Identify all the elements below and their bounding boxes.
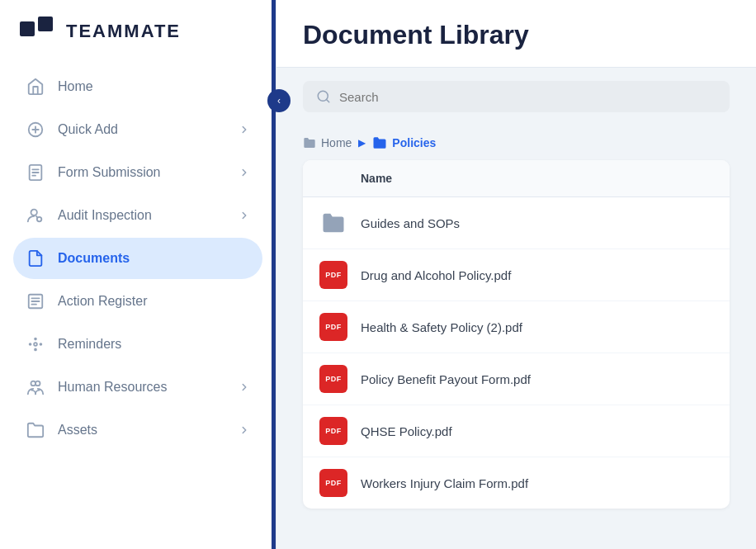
sidebar-item-label: Reminders [58, 337, 251, 352]
action-icon [25, 291, 46, 312]
pdf-icon: PDF [319, 417, 347, 445]
sidebar-item-human-resources[interactable]: Human Resources [13, 367, 262, 408]
main-content: Document Library Home ▶ Policies Name [276, 0, 756, 549]
form-icon [25, 162, 46, 183]
sidebar-item-action-register[interactable]: Action Register [13, 281, 262, 322]
svg-rect-2 [28, 31, 33, 36]
sidebar: TEAMMATE Home Quick Add [0, 0, 276, 549]
svg-rect-1 [38, 17, 53, 31]
sidebar-item-label: Documents [58, 251, 251, 266]
sidebar-item-label: Human Resources [58, 380, 226, 395]
breadcrumb: Home ▶ Policies [276, 125, 756, 160]
breadcrumb-current[interactable]: Policies [372, 135, 436, 150]
quick-add-icon [25, 119, 46, 140]
svg-point-17 [34, 343, 37, 346]
sidebar-item-documents[interactable]: Documents [13, 238, 262, 279]
sidebar-item-label: Action Register [58, 294, 251, 309]
assets-icon [25, 419, 46, 441]
hr-icon [25, 376, 46, 398]
doc-name: Workers Injury Claim Form.pdf [361, 476, 528, 490]
breadcrumb-home[interactable]: Home [303, 136, 352, 149]
pdf-icon: PDF [319, 313, 347, 341]
pdf-icon: PDF [319, 365, 347, 393]
logo-icon [20, 17, 56, 46]
sidebar-item-label: Home [58, 79, 251, 94]
folder-icon [319, 209, 347, 237]
doc-name: Policy Benefit Payout Form.pdf [361, 372, 531, 386]
table-row[interactable]: PDF Drug and Alcohol Policy.pdf [303, 249, 730, 301]
documents-icon [25, 248, 46, 269]
sidebar-accent-bar [272, 0, 276, 549]
pdf-icon: PDF [319, 261, 347, 289]
sidebar-item-form-submission[interactable]: Form Submission [13, 152, 262, 193]
sidebar-collapse-button[interactable]: ‹ [267, 89, 291, 112]
sidebar-item-label: Audit Inspection [58, 208, 226, 223]
brand-name: TEAMMATE [66, 21, 181, 42]
page-title: Document Library [303, 20, 730, 50]
search-input[interactable] [339, 90, 716, 104]
sidebar-item-label: Assets [58, 423, 226, 438]
doc-name: Drug and Alcohol Policy.pdf [361, 268, 511, 282]
breadcrumb-separator: ▶ [358, 137, 366, 149]
table-row[interactable]: Guides and SOPs [303, 197, 730, 249]
table-row[interactable]: PDF Workers Injury Claim Form.pdf [303, 457, 730, 509]
breadcrumb-home-label: Home [321, 136, 352, 149]
sidebar-item-reminders[interactable]: Reminders [13, 324, 262, 365]
breadcrumb-current-label: Policies [392, 136, 436, 149]
svg-line-12 [36, 216, 37, 217]
chevron-right-icon [238, 381, 251, 394]
sidebar-nav: Home Quick Add [0, 59, 276, 549]
sidebar-item-assets[interactable]: Assets [13, 409, 262, 451]
audit-icon [25, 205, 46, 226]
sidebar-item-label: Form Submission [58, 165, 226, 180]
doc-name: Guides and SOPs [361, 216, 460, 230]
svg-point-21 [40, 343, 42, 345]
svg-line-25 [326, 99, 328, 102]
chevron-right-icon [238, 166, 251, 179]
pdf-icon: PDF [319, 469, 347, 497]
chevron-left-icon: ‹ [277, 95, 281, 106]
search-bar[interactable] [303, 81, 730, 112]
table-header: Name [303, 160, 730, 197]
table-row[interactable]: PDF Policy Benefit Payout Form.pdf [303, 353, 730, 405]
svg-point-10 [31, 210, 37, 215]
chevron-right-icon [238, 209, 251, 222]
sidebar-item-quick-add[interactable]: Quick Add [13, 109, 262, 150]
doc-name: QHSE Policy.pdf [361, 424, 452, 438]
logo-area: TEAMMATE [0, 0, 276, 59]
svg-point-23 [35, 381, 40, 386]
reminders-icon [25, 334, 46, 355]
sidebar-item-audit-inspection[interactable]: Audit Inspection [13, 195, 262, 236]
svg-point-19 [35, 349, 36, 351]
document-list: Name Guides and SOPs PDF Drug and Alcoho… [303, 160, 730, 509]
home-icon [25, 76, 46, 97]
chevron-right-icon [238, 123, 251, 136]
main-header: Document Library [276, 0, 756, 68]
doc-name: Health & Safety Policy (2).pdf [361, 320, 522, 334]
sidebar-item-home[interactable]: Home [13, 66, 262, 107]
col-name-header: Name [361, 172, 392, 185]
table-row[interactable]: PDF QHSE Policy.pdf [303, 405, 730, 457]
svg-point-20 [30, 343, 31, 345]
svg-point-18 [35, 338, 36, 340]
search-icon [316, 89, 331, 104]
table-row[interactable]: PDF Health & Safety Policy (2).pdf [303, 301, 730, 353]
chevron-right-icon [238, 424, 251, 437]
sidebar-item-label: Quick Add [58, 122, 226, 137]
